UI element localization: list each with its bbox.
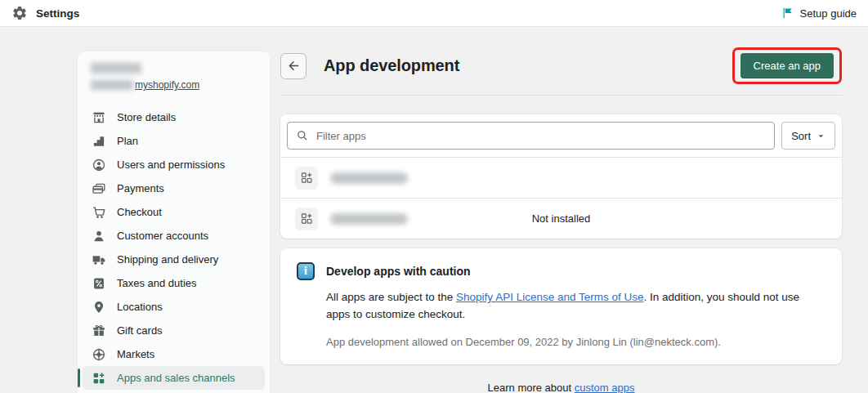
sort-label: Sort <box>791 130 811 142</box>
sidebar-item-label: Taxes and duties <box>117 277 197 289</box>
markets-icon <box>92 347 106 362</box>
app-list-item[interactable]: Not installed <box>280 198 842 239</box>
app-name-redacted <box>330 213 408 225</box>
info-icon: i <box>297 262 315 280</box>
create-an-app-button[interactable]: Create an app <box>740 53 834 78</box>
page-title: App development <box>324 56 459 75</box>
footer-text: Learn more about <box>488 382 575 393</box>
app-name-redacted <box>330 172 408 184</box>
payments-icon <box>92 181 106 196</box>
sidebar-item-locations[interactable]: Locations <box>78 295 270 319</box>
banner-note: App development allowed on December 09, … <box>326 336 825 348</box>
customer-icon <box>92 229 106 243</box>
flag-icon <box>781 7 794 20</box>
api-license-link[interactable]: Shopify API License and Terms of Use <box>456 291 643 303</box>
settings-nav: Store details Plan Users and permissions… <box>78 105 270 390</box>
gift-icon <box>92 324 106 338</box>
settings-gear-icon <box>11 5 28 21</box>
sidebar-item-label: Payments <box>117 182 164 194</box>
banner-body: All apps are subject to the Shopify API … <box>326 288 825 323</box>
sidebar-item-label: Apps and sales channels <box>117 372 235 384</box>
sidebar-item-label: Users and permissions <box>117 159 225 171</box>
sidebar-item-payments[interactable]: Payments <box>78 176 270 200</box>
app-development-panel: App development Create an app Sort <box>280 27 842 393</box>
settings-title: Settings <box>36 7 79 20</box>
footer-help-text: Learn more about custom apps <box>280 382 842 393</box>
caution-banner: i Develop apps with caution All apps are… <box>280 248 842 364</box>
app-status: Not installed <box>532 212 591 225</box>
sidebar-item-label: Markets <box>117 348 154 360</box>
users-icon <box>92 158 106 172</box>
red-annotation-box: Create an app <box>732 47 842 84</box>
arrow-left-icon <box>287 59 301 73</box>
sidebar-item-markets[interactable]: Markets <box>78 342 270 366</box>
sidebar-item-label: Customer accounts <box>117 230 208 242</box>
sidebar-item-taxes-duties[interactable]: Taxes and duties <box>78 271 270 295</box>
sidebar-item-gift-cards[interactable]: Gift cards <box>78 319 270 342</box>
shipping-icon <box>92 252 106 267</box>
sidebar-item-plan[interactable]: Plan <box>78 129 270 153</box>
banner-header: i Develop apps with caution <box>297 262 825 280</box>
storefront-icon <box>92 110 106 125</box>
apps-list-card: Sort Not installed <box>280 114 842 239</box>
store-header: myshopify.com <box>78 51 270 99</box>
sidebar-item-customer-accounts[interactable]: Customer accounts <box>78 224 270 248</box>
page-header: App development Create an app <box>280 47 842 84</box>
sidebar-item-users-permissions[interactable]: Users and permissions <box>78 153 270 176</box>
sidebar-item-label: Locations <box>117 301 163 313</box>
header-divider <box>280 95 842 96</box>
store-domain-link[interactable]: myshopify.com <box>135 79 199 91</box>
custom-apps-link[interactable]: custom apps <box>575 382 635 393</box>
sidebar-item-checkout[interactable]: Checkout <box>78 200 270 224</box>
chevron-down-icon <box>817 132 825 141</box>
sidebar-item-label: Gift cards <box>117 324 163 337</box>
store-name-redacted <box>91 63 141 74</box>
filter-apps-input[interactable] <box>316 130 766 142</box>
app-grid-icon <box>295 167 318 190</box>
app-grid-icon <box>295 208 318 230</box>
setup-guide-label: Setup guide <box>800 7 857 20</box>
apps-icon <box>92 371 106 386</box>
app-list-item[interactable] <box>280 157 842 198</box>
sidebar-item-shipping-delivery[interactable]: Shipping and delivery <box>78 248 270 271</box>
settings-sidebar: myshopify.com Store details Plan Users a… <box>78 51 270 393</box>
back-button[interactable] <box>280 53 306 79</box>
taxes-icon <box>92 276 106 291</box>
sidebar-item-apps-sales-channels[interactable]: Apps and sales channels <box>83 366 265 390</box>
banner-body-text: All apps are subject to the <box>326 291 456 303</box>
sidebar-item-label: Plan <box>117 135 138 147</box>
search-icon <box>296 129 309 142</box>
sort-button[interactable]: Sort <box>781 122 835 150</box>
sidebar-item-label: Store details <box>117 111 176 123</box>
checkout-icon <box>92 205 106 220</box>
settings-content: myshopify.com Store details Plan Users a… <box>0 27 868 393</box>
store-subdomain-redacted <box>91 80 133 90</box>
locations-icon <box>92 300 106 315</box>
filter-row: Sort <box>280 114 842 157</box>
plan-icon <box>92 134 106 149</box>
sidebar-item-label: Checkout <box>117 206 162 218</box>
topbar: Settings Setup guide <box>0 0 868 27</box>
sidebar-item-store-details[interactable]: Store details <box>78 105 270 129</box>
banner-title: Develop apps with caution <box>326 265 471 278</box>
sidebar-item-label: Shipping and delivery <box>117 253 218 266</box>
filter-apps-field[interactable] <box>287 122 775 150</box>
setup-guide-button[interactable]: Setup guide <box>781 7 857 20</box>
